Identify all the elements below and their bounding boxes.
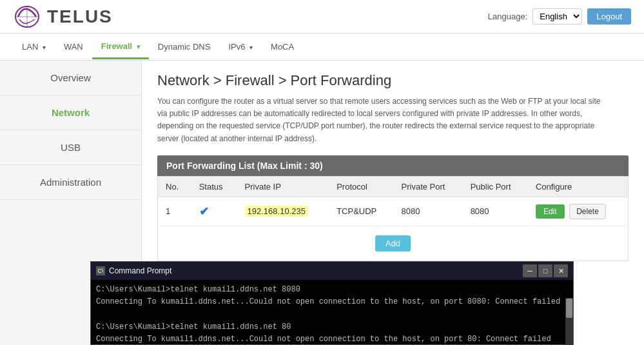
cmd-line-1: C:\Users\Kumail>telnet kumail1.ddns.net … xyxy=(96,284,561,296)
cell-no: 1 xyxy=(158,197,191,226)
delete-button[interactable]: Delete xyxy=(569,204,606,219)
ipv6-arrow-icon: ▾ xyxy=(249,44,253,51)
nav-item-wan[interactable]: WAN xyxy=(55,35,92,58)
cmd-body: C:\Users\Kumail>telnet kumail1.ddns.net … xyxy=(91,280,567,344)
table-header: Port Forwarding List (Max Limit : 30) xyxy=(157,155,629,176)
page-description: You can configure the router as a virtua… xyxy=(157,95,609,145)
sidebar-item-network[interactable]: Network xyxy=(0,95,141,130)
table-row: 1 ✔ 192.168.10.235 TCP&UDP 8080 8080 Edi… xyxy=(158,197,629,226)
cmd-line-3 xyxy=(96,308,561,320)
cell-status: ✔ xyxy=(191,197,237,226)
col-private-ip: Private IP xyxy=(237,176,329,197)
col-public-port: Public Port xyxy=(463,176,528,197)
col-status: Status xyxy=(191,176,237,197)
sidebar-item-overview[interactable]: Overview xyxy=(0,61,141,95)
nav-item-dynamic-dns[interactable]: Dynamic DNS xyxy=(149,35,220,58)
page-title: Network > Firewall > Port Forwarding xyxy=(157,72,629,89)
language-label: Language: xyxy=(488,12,527,21)
cmd-close-button[interactable]: ✕ xyxy=(554,264,568,277)
cmd-titlebar: C\ Command Prompt ─ □ ✕ xyxy=(91,262,573,280)
main-nav: LAN ▾ WAN Firewall ▾ Dynamic DNS IPv6 ▾ … xyxy=(0,34,644,61)
cmd-line-4: C:\Users\Kumail>telnet kumail1.ddns.net … xyxy=(96,321,561,333)
nav-item-lan[interactable]: LAN ▾ xyxy=(13,35,55,58)
col-configure: Configure xyxy=(528,176,629,197)
telus-logo-icon xyxy=(13,4,42,30)
col-private-port: Private Port xyxy=(394,176,463,197)
cell-public-port: 8080 xyxy=(463,197,528,226)
col-no: No. xyxy=(158,176,191,197)
sidebar-item-usb[interactable]: USB xyxy=(0,130,141,165)
port-forwarding-table: No. Status Private IP Protocol Private P… xyxy=(157,176,629,261)
cmd-title-text: Command Prompt xyxy=(109,266,171,275)
cmd-controls: ─ □ ✕ xyxy=(523,264,568,277)
add-button[interactable]: Add xyxy=(375,235,411,251)
lan-arrow-icon: ▾ xyxy=(43,44,46,51)
add-row: Add xyxy=(158,226,629,261)
logo-text: TELUS xyxy=(47,6,113,27)
cell-protocol: TCP&UDP xyxy=(329,197,393,226)
language-select[interactable]: English xyxy=(532,8,582,25)
cmd-minimize-button[interactable]: ─ xyxy=(523,264,537,277)
nav-item-firewall[interactable]: Firewall ▾ xyxy=(92,35,149,59)
header: TELUS Language: English Logout xyxy=(0,0,644,34)
sidebar-item-administration[interactable]: Administration xyxy=(0,165,141,200)
firewall-arrow-icon: ▾ xyxy=(137,43,140,50)
logo: TELUS xyxy=(13,4,113,30)
cell-private-port: 8080 xyxy=(394,197,463,226)
cmd-title-left: C\ Command Prompt xyxy=(96,266,171,275)
edit-button[interactable]: Edit xyxy=(536,204,565,219)
cmd-icon: C\ xyxy=(96,266,105,275)
cmd-line-2: Connecting To kumail1.ddns.net...Could n… xyxy=(96,296,561,308)
status-check-icon: ✔ xyxy=(199,205,209,218)
command-prompt-window: C\ Command Prompt ─ □ ✕ C:\Users\Kumail>… xyxy=(90,261,574,345)
cell-configure: Edit Delete xyxy=(528,197,629,226)
cell-private-ip: 192.168.10.235 xyxy=(237,197,329,226)
ip-address-value: 192.168.10.235 xyxy=(245,206,308,217)
nav-item-moca[interactable]: MoCA xyxy=(262,35,303,58)
cmd-maximize-button[interactable]: □ xyxy=(538,264,552,277)
logout-button[interactable]: Logout xyxy=(587,8,631,25)
nav-item-ipv6[interactable]: IPv6 ▾ xyxy=(219,35,262,58)
cmd-scrollbar[interactable] xyxy=(565,298,573,345)
cmd-line-5: Connecting To kumail1.ddns.net...Could n… xyxy=(96,333,561,344)
col-protocol: Protocol xyxy=(329,176,393,197)
header-right: Language: English Logout xyxy=(488,8,631,25)
cmd-scroll-thumb xyxy=(566,299,572,318)
